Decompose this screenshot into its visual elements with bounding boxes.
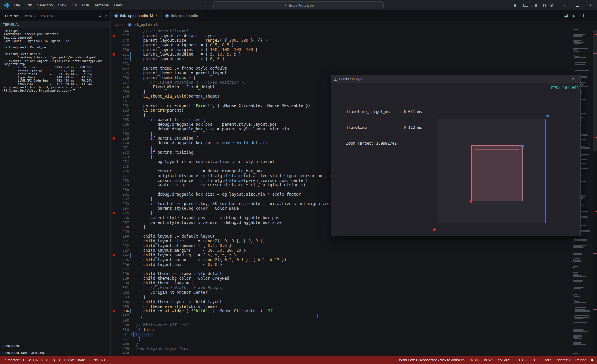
breakpoint-gutter[interactable]	[111, 127, 117, 132]
line-number[interactable]: 305	[117, 304, 129, 309]
code-line-293[interactable]: 293 child_layout.margins = { 20, 20, 20,…	[111, 248, 571, 253]
line-number[interactable]: 307	[117, 313, 129, 318]
breakpoint-gutter[interactable]	[111, 286, 117, 290]
line-number[interactable]: 310	[117, 328, 129, 332]
editor-tab-tick_update.odin[interactable]: Øtick_update.odinM×	[111, 11, 162, 21]
code-line-294[interactable]: 294 child_layout.padding = { 5, 5, 5, 5 …	[111, 253, 571, 258]
code-line-254[interactable]: 254 parent_theme := frame_style_default	[111, 66, 571, 71]
line-number[interactable]: 263	[117, 108, 129, 113]
line-number[interactable]: 295	[117, 258, 129, 262]
line-number[interactable]: 260	[117, 94, 129, 99]
code-line-467[interactable]: 467 }	[111, 337, 571, 342]
code-line-246[interactable]: 246 // ui_parent(frame)	[111, 29, 571, 33]
problems-item[interactable]: ⊘ 102 ⚠ 31	[28, 358, 48, 362]
line-number[interactable]: 301	[117, 286, 129, 290]
window-maximize-button[interactable]	[571, 0, 584, 11]
code-line-297[interactable]: 297	[111, 267, 571, 271]
line-number[interactable]: 273	[117, 155, 129, 160]
whitebox-status[interactable]: WhiteBox: Disconnected (click to connect…	[399, 358, 465, 362]
scrollbar-thumb[interactable]	[593, 30, 597, 151]
breakpoint-gutter[interactable]	[111, 48, 117, 52]
line-number[interactable]: 255	[117, 71, 129, 76]
line-number[interactable]: 298	[117, 271, 129, 276]
eol-indicator[interactable]: CRLF	[531, 358, 541, 362]
ports-item[interactable]: 0	[53, 358, 60, 362]
live-share-item[interactable]: ↻ Live Share	[64, 358, 85, 362]
line-number[interactable]: 289	[117, 229, 129, 234]
breakpoint-gutter[interactable]	[111, 323, 117, 328]
breakpoint-gutter[interactable]	[111, 318, 117, 323]
breadcrumb-item[interactable]: tick_update.odin	[134, 23, 159, 27]
line-number[interactable]: 284	[117, 206, 129, 211]
code-line-302[interactable]: 302 .Origin_At_Anchor_Center	[111, 290, 571, 295]
encoding-indicator[interactable]: UTF-8	[517, 358, 527, 362]
panel-more-icon[interactable]: ⋯	[91, 14, 95, 18]
breakpoint-gutter[interactable]	[111, 295, 117, 300]
breakpoint-icon[interactable]	[111, 33, 117, 38]
breakpoint-gutter[interactable]	[111, 202, 117, 206]
panel-close-icon[interactable]: ×	[105, 14, 108, 18]
breakpoint-gutter[interactable]	[111, 90, 117, 94]
git-branch-item[interactable]: master* ↺	[3, 358, 24, 362]
line-number[interactable]: 247	[117, 33, 129, 38]
panel-tab-overflow-icon[interactable]: ⋯	[63, 14, 67, 18]
line-number[interactable]: 283	[117, 202, 129, 206]
code-line-299[interactable]: 299 child_theme.bg_color = Color_GreyRed	[111, 276, 571, 281]
line-number[interactable]: 267	[117, 127, 129, 132]
line-number[interactable]: 281	[117, 192, 129, 197]
breakpoint-gutter[interactable]	[111, 262, 117, 267]
open-changes-icon[interactable]: ⇄	[564, 13, 568, 19]
code-line-468[interactable]: 468}	[111, 342, 571, 346]
breakpoint-gutter[interactable]	[111, 122, 117, 127]
breakpoint-gutter[interactable]	[111, 276, 117, 281]
code-line-469[interactable]: 469//endregion Imgui Tick	[111, 346, 571, 351]
menu-go[interactable]: Go	[69, 0, 79, 11]
panel-tab-terminal[interactable]: TERMINAL	[3, 11, 20, 20]
split-editor-icon[interactable]	[580, 14, 584, 17]
breakpoint-gutter[interactable]	[111, 267, 117, 271]
code-line-308[interactable]: 308	[111, 318, 571, 323]
line-number[interactable]: 294	[117, 253, 129, 258]
breakpoint-gutter[interactable]	[111, 160, 117, 164]
code-line-307[interactable]: 307 }	[111, 313, 571, 318]
line-number[interactable]: 470	[117, 351, 129, 355]
panel-tab-output[interactable]: OUTPUT	[41, 11, 56, 20]
line-number[interactable]: 254	[117, 66, 129, 71]
customize-layout-icon[interactable]	[541, 4, 546, 7]
more-actions-icon[interactable]: ⋯	[588, 13, 593, 19]
code-line-298[interactable]: 298 child_theme := frame_style_default	[111, 271, 571, 276]
code-line-253[interactable]: 253	[111, 61, 571, 66]
line-number[interactable]: 297	[117, 267, 129, 271]
code-line-311[interactable]: 311›{ ···	[111, 332, 571, 337]
code-line-249[interactable]: 249 parent_layout.alignment = { 0.5, 0.5…	[111, 43, 571, 48]
breakpoint-icon[interactable]	[111, 309, 117, 313]
line-number[interactable]: 302	[117, 290, 129, 295]
back-icon[interactable]: ←	[204, 3, 208, 8]
breakpoint-gutter[interactable]	[111, 225, 117, 229]
line-number[interactable]: 282	[117, 197, 129, 202]
line-number[interactable]: 251	[117, 52, 129, 57]
breakpoint-gutter[interactable]	[111, 197, 117, 202]
breakpoint-gutter[interactable]	[111, 244, 117, 248]
breakpoint-gutter[interactable]	[111, 164, 117, 169]
code-line-300[interactable]: 300 child_theme.flags = {	[111, 281, 571, 286]
line-number[interactable]: 248	[117, 38, 129, 43]
breakpoint-gutter[interactable]	[111, 271, 117, 276]
prototype-maximize-button[interactable]	[558, 75, 568, 83]
sectr-prototype-window[interactable]: Sectr Prototype ─ × FPS: 164.998 frameti…	[331, 75, 581, 236]
breakpoint-gutter[interactable]	[111, 155, 117, 160]
breakpoint-gutter[interactable]	[111, 216, 117, 220]
breakpoint-gutter[interactable]	[111, 94, 117, 99]
code-line-301[interactable]: 301 // .Fixed_Width, .Fixed_Height,	[111, 286, 571, 290]
line-number[interactable]: 262	[117, 103, 129, 108]
breakpoint-gutter[interactable]	[111, 174, 117, 178]
code-line-306[interactable]: 306 child := ui_widget( "Child", { .Mous…	[111, 309, 571, 313]
breakpoint-gutter[interactable]	[111, 38, 117, 43]
breakpoint-gutter[interactable]	[111, 150, 117, 155]
line-number[interactable]: 309	[117, 323, 129, 328]
line-number[interactable]: 271	[117, 145, 129, 150]
tab-size-indicator[interactable]: Tab Size: 2	[496, 358, 513, 362]
settings-gear-icon[interactable]: ⚙	[550, 3, 554, 8]
breakpoint-gutter[interactable]	[111, 300, 117, 304]
folded-region-pill[interactable]: ···	[142, 333, 151, 337]
